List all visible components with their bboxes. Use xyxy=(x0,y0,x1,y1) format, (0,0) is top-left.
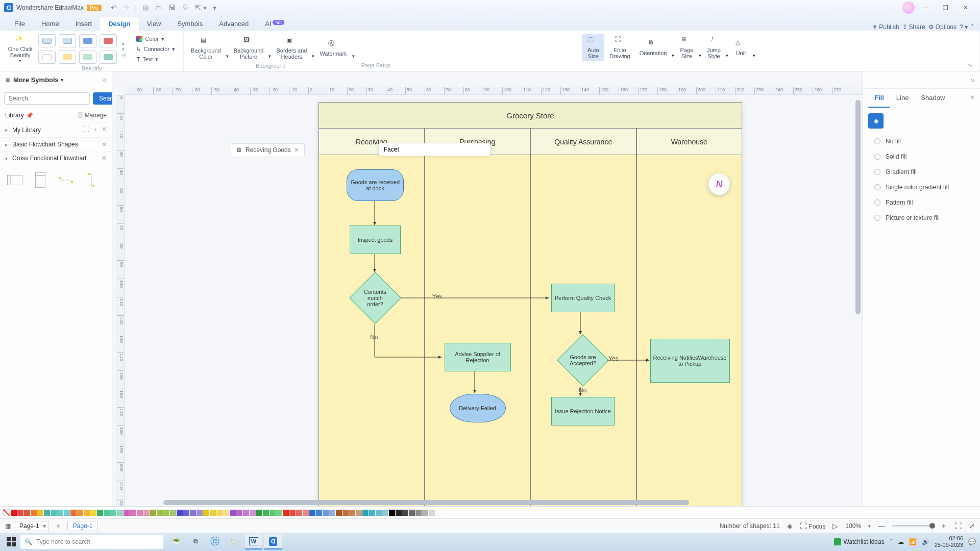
color-swatch[interactable] xyxy=(11,510,17,516)
tab-shadow[interactable]: Shadow xyxy=(915,89,951,108)
watchlist[interactable]: Watchlist ideas xyxy=(834,538,884,545)
color-swatch[interactable] xyxy=(70,510,77,516)
document-tab[interactable]: 🗎Receving Goods✕ xyxy=(231,143,305,156)
tab-symbols[interactable]: Symbols xyxy=(169,17,211,31)
maximize-button[interactable]: ❐ xyxy=(935,4,955,11)
color-swatch[interactable] xyxy=(256,510,262,516)
fit-page-icon[interactable]: ⛶ xyxy=(954,522,962,530)
tray-clock[interactable]: 02:0625-09-2023 xyxy=(935,535,963,548)
color-swatch[interactable] xyxy=(157,510,163,516)
gray-swatch[interactable] xyxy=(409,510,415,516)
fullscreen-icon[interactable]: ⤢ xyxy=(969,522,975,530)
cross-close-icon[interactable]: ✕ xyxy=(102,155,107,162)
open-icon[interactable]: 🗁 xyxy=(155,4,162,12)
one-click-beautify[interactable]: ✨One Click Beautify▾ xyxy=(4,33,37,65)
lib-add-icon[interactable]: ＋ xyxy=(92,126,99,134)
opt-pattern-fill[interactable]: Pattern fill xyxy=(863,195,980,210)
app-explorer[interactable]: 🗂 xyxy=(226,534,243,549)
style-6[interactable] xyxy=(59,51,76,64)
panel-close-icon[interactable]: ✕ xyxy=(970,94,975,101)
close-button[interactable]: ✕ xyxy=(955,4,976,11)
theme-connector[interactable]: ↳Connector ▾ xyxy=(132,44,179,54)
tab-home[interactable]: Home xyxy=(33,17,67,31)
opt-no-fill[interactable]: No fill xyxy=(863,134,980,149)
color-swatch[interactable] xyxy=(309,510,315,516)
shape-vert-pool[interactable] xyxy=(31,170,50,190)
print-icon[interactable]: 🖶 xyxy=(182,4,189,12)
shape-horiz-pool[interactable] xyxy=(5,170,24,190)
cross-functional-section[interactable]: ▾Cross Functional Flowchart ✕ xyxy=(0,152,112,165)
tab-file[interactable]: File xyxy=(6,17,33,31)
vertical-scrollbar[interactable] xyxy=(855,100,861,502)
style-2[interactable] xyxy=(59,34,76,47)
color-swatch[interactable] xyxy=(97,510,103,516)
theme-text[interactable]: TText ▾ xyxy=(132,55,162,64)
node-notify-warehouse[interactable]: Receiving NotifiesWarehouse to Pickup xyxy=(650,339,730,383)
auto-size[interactable]: ⬚Auto Size xyxy=(582,34,604,61)
publish-button[interactable]: ✈ Publish xyxy=(872,23,899,31)
node-goods-accepted[interactable]: Goods are Accepted? xyxy=(557,334,609,386)
color-swatch[interactable] xyxy=(37,510,43,516)
color-swatch[interactable] xyxy=(216,510,223,516)
color-swatch[interactable] xyxy=(124,510,130,516)
tab-design[interactable]: Design xyxy=(100,17,138,31)
tray-wifi-icon[interactable]: 📶 xyxy=(909,538,917,545)
tab-ai[interactable]: AIhot xyxy=(257,17,292,31)
gray-swatch[interactable] xyxy=(402,510,408,516)
color-swatch[interactable] xyxy=(17,510,23,516)
share-button[interactable]: ⇪ Share xyxy=(902,23,925,31)
style-5[interactable] xyxy=(38,51,56,64)
color-swatch[interactable] xyxy=(210,510,216,516)
color-swatch[interactable] xyxy=(143,510,150,516)
borders-headers[interactable]: ▣Borders and Headers xyxy=(272,34,311,62)
app-word[interactable]: W xyxy=(245,534,262,549)
gray-swatch[interactable] xyxy=(429,510,435,516)
zoom-out[interactable]: — xyxy=(878,522,885,530)
color-swatch[interactable] xyxy=(84,510,90,516)
color-swatch[interactable] xyxy=(190,510,196,516)
pagesetup-launcher[interactable]: ⬂ xyxy=(968,62,976,69)
style-7[interactable] xyxy=(79,51,96,64)
color-swatch[interactable] xyxy=(24,510,30,516)
app-edge[interactable]: ⓔ xyxy=(206,534,224,549)
color-swatch[interactable] xyxy=(130,510,136,516)
my-library-section[interactable]: ▸My Library ⛶＋✕ xyxy=(0,122,112,138)
node-goods-received[interactable]: Goods are received at dock xyxy=(347,169,404,201)
color-swatch[interactable] xyxy=(329,510,335,516)
undo-icon[interactable]: ↶ xyxy=(111,4,117,12)
bg-color[interactable]: ▤Background Color xyxy=(187,34,225,62)
basic-flowchart-section[interactable]: ▸Basic Flowchart Shapes ✕ xyxy=(0,138,112,152)
color-swatch[interactable] xyxy=(104,510,110,516)
redo-icon[interactable]: ↷ xyxy=(123,4,129,12)
shape-separator-h[interactable] xyxy=(56,170,76,190)
opt-gradient-fill[interactable]: Gradient fill xyxy=(863,164,980,180)
style-8[interactable] xyxy=(100,51,117,64)
color-swatch[interactable] xyxy=(369,510,375,516)
color-swatch[interactable] xyxy=(31,510,37,516)
page-list-icon[interactable]: ▥ xyxy=(5,522,11,530)
app-edrawmax[interactable]: ᗡ xyxy=(264,534,282,549)
node-quality-check[interactable]: Perform Quality Check xyxy=(551,284,615,312)
opt-single-gradient[interactable]: Single color gradient fill xyxy=(863,180,980,195)
zoom-slider[interactable] xyxy=(892,525,933,527)
app-salad[interactable]: 🥗 xyxy=(167,534,185,549)
options-button[interactable]: ⚙ Options xyxy=(928,23,957,31)
color-swatch[interactable] xyxy=(283,510,289,516)
horizontal-scrollbar[interactable] xyxy=(128,500,853,505)
color-swatch[interactable] xyxy=(236,510,242,516)
color-swatch[interactable] xyxy=(336,510,342,516)
color-swatch[interactable] xyxy=(362,510,369,516)
color-swatch[interactable] xyxy=(177,510,183,516)
style-more[interactable]: ⊟ xyxy=(122,53,126,58)
theme-name-input[interactable] xyxy=(378,143,491,156)
new-icon[interactable]: ⊞ xyxy=(143,4,149,12)
color-swatch[interactable] xyxy=(382,510,388,516)
tray-volume-icon[interactable]: 🔊 xyxy=(922,538,929,545)
canvas[interactable]: Grocery Store Receiving Purchasing Quali… xyxy=(125,95,863,506)
node-advise-supplier[interactable]: Advise Supplier of Rejection xyxy=(445,343,511,371)
color-swatch[interactable] xyxy=(44,510,50,516)
color-swatch[interactable] xyxy=(117,510,123,516)
minimize-button[interactable]: — xyxy=(915,4,935,11)
color-swatch[interactable] xyxy=(64,510,70,516)
color-swatch[interactable] xyxy=(203,510,209,516)
